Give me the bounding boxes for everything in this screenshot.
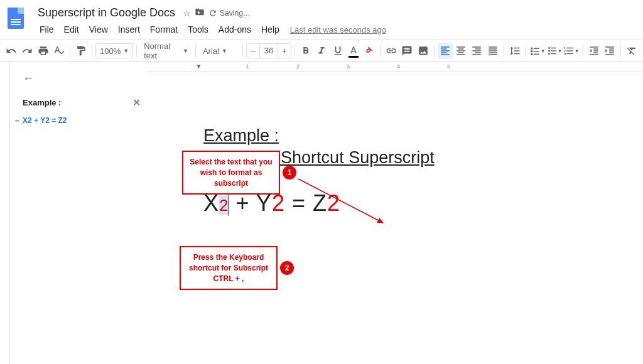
bold-button[interactable]	[298, 43, 313, 59]
document-title[interactable]: Superscript in Google Docs	[35, 5, 178, 21]
align-right-button[interactable]	[469, 43, 484, 59]
menu-insert[interactable]: Insert	[114, 22, 144, 37]
font-size-value[interactable]: 36	[259, 44, 278, 58]
last-edit-link[interactable]: Last edit was seconds ago	[290, 25, 386, 35]
horizontal-ruler[interactable]: ▼ 1 2 3 4 5	[147, 62, 643, 72]
redo-button[interactable]	[19, 43, 35, 59]
font-select[interactable]: Arial▼	[199, 43, 239, 58]
outline-panel: ← Example : ✕ X2 + Y2 = Z2	[10, 62, 147, 364]
svg-line-0	[298, 179, 383, 223]
star-icon[interactable]: ☆	[183, 8, 191, 18]
menu-tools[interactable]: Tools	[183, 22, 213, 37]
spellcheck-button[interactable]	[51, 43, 67, 59]
outline-back-button[interactable]: ←	[23, 72, 141, 85]
align-left-button[interactable]	[438, 43, 453, 59]
menu-addons[interactable]: Add-ons	[214, 22, 256, 37]
image-button[interactable]	[416, 43, 431, 59]
indent-decrease-button[interactable]	[586, 43, 601, 59]
menu-bar: File Edit View Insert Format Tools Add-o…	[35, 22, 638, 37]
zoom-select[interactable]: 100%▼	[95, 43, 133, 58]
selected-subscript-text: 2	[219, 196, 229, 215]
menu-help[interactable]: Help	[257, 22, 284, 37]
doc-heading-1[interactable]: Example :	[203, 126, 586, 146]
menu-edit[interactable]: Edit	[60, 22, 84, 37]
saving-status: Saving…	[208, 9, 251, 18]
link-button[interactable]	[384, 43, 399, 59]
checklist-button[interactable]: ▼	[529, 43, 546, 59]
menu-view[interactable]: View	[85, 22, 112, 37]
indent-increase-button[interactable]	[602, 43, 617, 59]
bulleted-list-button[interactable]: ▼	[546, 43, 563, 59]
style-select[interactable]: Normal text▼	[140, 43, 192, 58]
annotation-arrow	[295, 176, 396, 232]
numbered-list-button[interactable]: ▼	[563, 43, 580, 59]
font-size-minus[interactable]: −	[247, 43, 259, 58]
underline-button[interactable]	[330, 43, 345, 59]
align-center-button[interactable]	[453, 43, 468, 59]
outline-heading[interactable]: Example :	[23, 98, 61, 107]
clear-formatting-button[interactable]	[624, 43, 639, 59]
annotation-callout-1: Select the text that you wish to format …	[182, 151, 280, 195]
italic-button[interactable]	[314, 43, 329, 59]
vertical-ruler	[0, 62, 10, 364]
print-button[interactable]	[35, 43, 50, 59]
menu-file[interactable]: File	[35, 22, 58, 37]
menu-format[interactable]: Format	[146, 22, 182, 37]
app-header: Superscript in Google Docs ☆ Saving… Fil…	[0, 0, 643, 37]
move-icon[interactable]	[195, 7, 205, 19]
font-size-control: − 36 +	[246, 43, 291, 58]
text-color-button[interactable]	[346, 43, 361, 59]
font-size-plus[interactable]: +	[278, 43, 291, 58]
paint-format-button[interactable]	[73, 43, 89, 59]
annotation-callout-2: Press the Keyboard shortcut for Subscrip…	[180, 246, 278, 290]
highlight-button[interactable]	[362, 43, 377, 59]
annotation-badge-1: 1	[283, 166, 296, 179]
comment-button[interactable]	[399, 43, 414, 59]
undo-button[interactable]	[4, 43, 19, 59]
line-spacing-button[interactable]	[507, 43, 522, 59]
toolbar: 100%▼ Normal text▼ Arial▼ − 36 + ▼ ▼ ▼	[0, 40, 643, 62]
align-justify-button[interactable]	[485, 43, 500, 59]
outline-item[interactable]: X2 + Y2 = Z2	[23, 116, 141, 125]
outline-close-button[interactable]: ✕	[132, 97, 141, 109]
docs-logo	[8, 8, 30, 30]
annotation-badge-2: 2	[280, 261, 294, 275]
